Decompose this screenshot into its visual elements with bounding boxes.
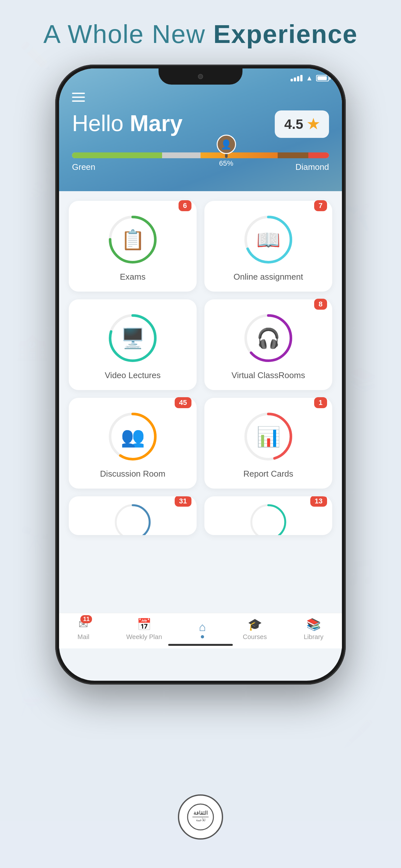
nav-item-home[interactable]: ⌂ xyxy=(199,620,206,639)
svg-text:الثقافة: الثقافة xyxy=(193,810,208,816)
online-assignment-icon: 📖 xyxy=(256,228,281,251)
notch xyxy=(158,68,243,85)
card-online-assignment[interactable]: 7 📖 Online assignment xyxy=(204,201,332,291)
label-green: Green xyxy=(72,162,95,172)
badge-virtual-classrooms: 8 xyxy=(314,299,327,310)
badge-discussion-room: 45 xyxy=(175,397,191,408)
nav-item-weekly-plan[interactable]: 📅 Weekly Plan xyxy=(126,618,162,641)
camera xyxy=(198,74,203,79)
avatar-pin xyxy=(225,154,227,158)
partial-card-2[interactable]: 13 xyxy=(204,496,332,535)
svg-text:🖋️: 🖋️ xyxy=(342,718,374,749)
video-lectures-icon-circle: 🖥️ xyxy=(107,312,158,364)
badge-partial-2: 13 xyxy=(310,496,327,507)
discussion-room-icon: 👥 xyxy=(121,425,145,448)
logo-circle: الثقافة للأعمة xyxy=(178,795,223,840)
online-assignment-icon-circle: 📖 xyxy=(243,214,294,266)
headline-bold: Experience xyxy=(213,20,358,49)
home-indicator xyxy=(168,644,233,646)
discussion-room-icon-circle: 👥 xyxy=(107,411,158,462)
card-video-lectures[interactable]: 🖥️ Video Lectures xyxy=(69,299,197,390)
battery-icon xyxy=(316,75,329,82)
avatar: 👤 xyxy=(217,135,236,154)
hamburger-menu[interactable] xyxy=(72,93,85,102)
badge-online-assignment: 7 xyxy=(314,200,327,211)
card-report-cards[interactable]: 1 📊 Report Cards xyxy=(204,398,332,489)
badge-partial-1: 31 xyxy=(175,496,191,507)
home-active-dot xyxy=(201,635,204,639)
progress-green xyxy=(72,152,162,158)
library-icon: 📚 xyxy=(306,618,321,631)
progress-red xyxy=(308,152,329,158)
bottom-logo: الثقافة للأعمة xyxy=(178,795,223,840)
progress-brown xyxy=(278,152,309,158)
virtual-classrooms-label: Virtual ClassRooms xyxy=(232,370,305,380)
nav-label-weekly-plan: Weekly Plan xyxy=(126,633,162,641)
nav-label-library: Library xyxy=(304,633,323,641)
progress-percent: 65% xyxy=(219,159,234,167)
badge-exams: 6 xyxy=(179,200,191,211)
svg-text:🏫: 🏫 xyxy=(16,331,49,362)
greeting-light: Hello xyxy=(72,111,130,136)
svg-text:🔭: 🔭 xyxy=(19,525,52,555)
discussion-room-label: Discussion Room xyxy=(100,469,165,479)
phone-frame: ▲ Hello Mary xyxy=(55,65,346,685)
exams-icon: 📋 xyxy=(121,228,145,251)
video-lectures-icon: 🖥️ xyxy=(121,327,145,350)
greeting-bold: Mary xyxy=(130,111,182,136)
home-icon: ⌂ xyxy=(199,620,206,634)
bottom-nav: ✉ 11 Mail 📅 Weekly Plan ⌂ 🎓 xyxy=(59,613,342,648)
badge-report-cards: 1 xyxy=(314,397,327,408)
progress-gray xyxy=(162,152,201,158)
rating-value: 4.5 xyxy=(284,117,303,132)
phone-screen: ▲ Hello Mary xyxy=(59,68,342,681)
video-lectures-label: Video Lectures xyxy=(105,370,161,380)
svg-text:للأعمة: للأعمة xyxy=(196,817,205,822)
report-cards-icon-circle: 📊 xyxy=(243,411,294,462)
headline-light: A Whole New xyxy=(43,20,213,49)
nav-item-courses[interactable]: 🎓 Courses xyxy=(243,618,267,641)
report-cards-icon: 📊 xyxy=(256,425,281,448)
signal-icon xyxy=(290,75,303,82)
page-headline: A Whole New Experience xyxy=(0,0,401,49)
phone-wrapper: ▲ Hello Mary xyxy=(55,65,346,775)
svg-text:⚗️: ⚗️ xyxy=(19,686,52,717)
virtual-classrooms-icon-circle: 🎧 xyxy=(243,312,294,364)
avatar-marker: 👤 65% xyxy=(217,135,236,167)
nav-label-mail: Mail xyxy=(78,633,89,641)
star-icon: ★ xyxy=(307,116,319,132)
wifi-icon: ▲ xyxy=(306,74,313,82)
partial-card-1[interactable]: 31 xyxy=(69,496,197,535)
card-virtual-classrooms[interactable]: 8 🎧 Virtual ClassRooms xyxy=(204,299,332,390)
nav-item-library[interactable]: 📚 Library xyxy=(304,618,323,641)
greeting: Hello Mary xyxy=(72,111,182,136)
partial-cards: 31 13 xyxy=(59,489,342,535)
exams-icon-circle: 📋 xyxy=(107,214,158,266)
progress-track: 👤 65% xyxy=(72,152,329,158)
virtual-classrooms-icon: 🎧 xyxy=(256,327,281,350)
nav-badge-mail: 11 xyxy=(81,615,92,623)
app-header: ▲ Hello Mary xyxy=(59,68,342,197)
status-icons: ▲ xyxy=(290,74,329,82)
rating-badge: 4.5 ★ xyxy=(275,111,329,138)
card-exams[interactable]: 6 📋 Exams xyxy=(69,201,197,291)
online-assignment-label: Online assignment xyxy=(234,272,303,282)
card-discussion-room[interactable]: 45 👥 Discussion Room xyxy=(69,398,197,489)
weekly-plan-icon: 📅 xyxy=(137,618,151,631)
progress-section: 👤 65% Green Diamond xyxy=(72,152,329,172)
progress-orange xyxy=(201,152,278,158)
report-cards-label: Report Cards xyxy=(243,469,294,479)
label-diamond: Diamond xyxy=(296,162,329,172)
nav-item-mail[interactable]: ✉ 11 Mail xyxy=(78,618,89,641)
nav-label-courses: Courses xyxy=(243,633,267,641)
progress-labels: Green Diamond xyxy=(72,162,329,172)
svg-text:📚: 📚 xyxy=(349,367,377,393)
courses-icon: 🎓 xyxy=(248,618,262,631)
svg-text:🎵: 🎵 xyxy=(345,557,378,588)
cards-grid: 6 📋 Exams 7 xyxy=(59,191,342,489)
main-content: 6 📋 Exams 7 xyxy=(59,191,342,648)
exams-label: Exams xyxy=(120,272,145,282)
